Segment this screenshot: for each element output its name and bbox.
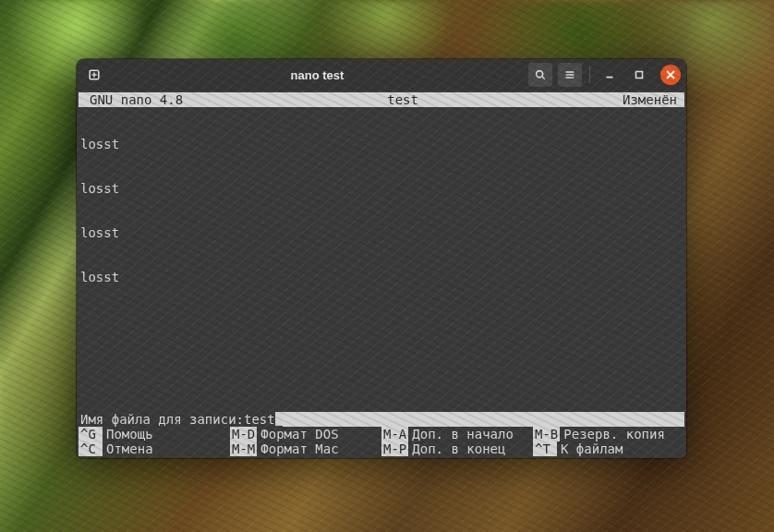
editor-line: losst <box>80 225 683 240</box>
search-button[interactable] <box>528 63 552 87</box>
shortcut-key: ^G <box>79 427 103 441</box>
maximize-icon <box>633 68 646 81</box>
shortcut-key: M-B <box>533 427 560 441</box>
shortcut-key: M-A <box>381 427 408 441</box>
svg-rect-0 <box>90 70 99 79</box>
shortcut-label: Формат DOS <box>257 427 338 441</box>
shortcut-key: M-D <box>230 427 257 441</box>
titlebar: nano test <box>77 59 686 91</box>
terminal-window: nano test GNU nano 4.8 test <box>77 59 686 458</box>
nano-filename: test <box>183 92 623 107</box>
search-icon <box>534 68 547 81</box>
svg-line-10 <box>667 71 674 79</box>
shortcut-label: Доп. в конец <box>408 441 505 456</box>
shortcut-help[interactable]: ^GПомощь <box>79 427 230 441</box>
editor-line: losst <box>80 270 683 284</box>
maximize-button[interactable] <box>627 63 651 87</box>
shortcut-append[interactable]: M-PДоп. в конец <box>381 441 533 456</box>
text-cursor <box>275 412 283 426</box>
prompt-fill <box>283 412 684 427</box>
shortcut-key: M-M <box>230 441 257 456</box>
close-button[interactable] <box>660 65 681 85</box>
new-tab-icon <box>88 68 101 81</box>
nano-header: GNU nano 4.8 test Изменён <box>79 92 684 107</box>
nano-status: Изменён <box>623 92 683 107</box>
shortcut-bar: ^GПомощь M-DФормат DOS M-AДоп. в начало … <box>79 427 684 456</box>
window-title: nano test <box>110 68 525 82</box>
hamburger-menu-button[interactable] <box>558 63 582 87</box>
shortcut-label: Помощь <box>103 427 153 441</box>
svg-point-3 <box>537 71 543 78</box>
shortcut-key: M-P <box>381 441 408 456</box>
svg-line-4 <box>542 77 545 79</box>
shortcut-to-files[interactable]: ^TК файлам <box>533 441 684 456</box>
shortcut-row: ^CОтмена M-MФормат Mac M-PДоп. в конец ^… <box>79 441 684 456</box>
shortcut-key: ^C <box>79 441 103 456</box>
nano-editor: GNU nano 4.8 test Изменён losst losst lo… <box>79 92 684 456</box>
shortcut-label: Отмена <box>103 441 153 456</box>
svg-rect-9 <box>636 72 643 79</box>
shortcut-label: Доп. в начало <box>408 427 514 441</box>
filename-prompt[interactable]: Имя файла для записи: test <box>79 412 684 427</box>
titlebar-separator <box>589 66 590 83</box>
nano-app-name: GNU nano 4.8 <box>80 92 183 107</box>
shortcut-label: Резерв. копия <box>560 427 665 441</box>
close-icon <box>666 70 675 79</box>
minimize-icon <box>603 68 616 81</box>
shortcut-cancel[interactable]: ^CОтмена <box>79 441 230 456</box>
editor-line: losst <box>80 181 683 196</box>
shortcut-dos-format[interactable]: M-DФормат DOS <box>230 427 381 441</box>
terminal-area[interactable]: GNU nano 4.8 test Изменён losst losst lo… <box>77 91 686 458</box>
prompt-label: Имя файла для записи: <box>79 412 244 427</box>
minimize-button[interactable] <box>598 63 622 87</box>
shortcut-label: К файлам <box>557 441 623 456</box>
shortcut-prepend[interactable]: M-AДоп. в начало <box>381 427 533 441</box>
svg-line-11 <box>667 71 674 79</box>
shortcut-backup[interactable]: M-BРезерв. копия <box>533 427 684 441</box>
new-tab-button[interactable] <box>82 63 106 87</box>
shortcut-key: ^T <box>533 441 557 456</box>
shortcut-mac-format[interactable]: M-MФормат Mac <box>230 441 381 456</box>
shortcut-label: Формат Mac <box>257 441 338 456</box>
prompt-value: test <box>244 412 275 427</box>
editor-line: losst <box>80 137 683 151</box>
hamburger-icon <box>563 68 576 81</box>
shortcut-row: ^GПомощь M-DФормат DOS M-AДоп. в начало … <box>79 427 684 441</box>
editor-body[interactable]: losst losst losst losst <box>79 107 684 412</box>
